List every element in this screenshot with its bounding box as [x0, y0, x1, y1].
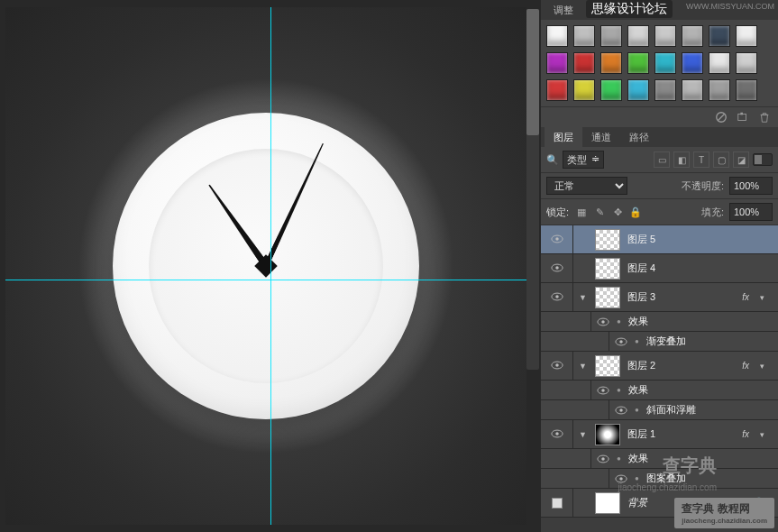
swatch[interactable] [600, 25, 622, 47]
filter-type-icon[interactable]: T [693, 151, 709, 168]
swatch[interactable] [546, 25, 568, 47]
swatch[interactable] [709, 25, 730, 47]
layer-name[interactable]: 图层 2 [627, 359, 655, 372]
bg-checkbox[interactable] [552, 498, 563, 509]
opacity-input[interactable] [729, 177, 773, 195]
no-color-icon[interactable] [715, 111, 728, 124]
tab-layers[interactable]: 图层 [545, 127, 582, 148]
layer-row[interactable]: ▼图层 3fx▾ [541, 283, 778, 312]
trash-icon[interactable] [758, 111, 771, 124]
effect-eye-icon[interactable] [597, 454, 609, 463]
effect-eye-icon[interactable] [597, 317, 609, 326]
layer-name[interactable]: 图层 5 [627, 233, 655, 246]
lock-paint-icon[interactable]: ✎ [592, 205, 607, 219]
filter-icons: ▭◧T▢◪ [654, 151, 749, 168]
visibility-eye-icon[interactable] [551, 292, 563, 303]
layer-row[interactable]: ▼图层 1fx▾ [541, 420, 778, 449]
filter-type-icon[interactable]: ▭ [654, 151, 670, 168]
layer-thumbnail[interactable] [595, 424, 620, 445]
swatch[interactable] [627, 25, 649, 47]
layer-thumbnail[interactable] [595, 492, 620, 514]
swatch[interactable] [627, 52, 649, 74]
canvas[interactable] [5, 7, 526, 525]
swatch[interactable] [736, 79, 757, 101]
tab-channels[interactable]: 通道 [582, 127, 620, 148]
swatch[interactable] [573, 25, 595, 47]
new-swatch-icon[interactable] [737, 111, 749, 124]
swatch[interactable] [627, 79, 649, 101]
layer-effects-row[interactable]: ●效果 [541, 449, 778, 469]
swatch[interactable] [736, 52, 757, 74]
tab-paths[interactable]: 路径 [620, 127, 658, 148]
fx-chevron-icon[interactable]: ▾ [760, 362, 773, 371]
layer-effects-row[interactable]: ●效果 [541, 381, 778, 400]
effects-label: 效果 [628, 315, 648, 328]
opacity-label: 不透明度: [682, 179, 724, 193]
effect-eye-icon[interactable] [615, 337, 627, 346]
swatch[interactable] [600, 79, 622, 101]
swatch[interactable] [682, 79, 703, 101]
visibility-eye-icon[interactable] [551, 429, 563, 440]
guide-horizontal[interactable] [5, 280, 526, 280]
layer-content: ●渐变叠加 [609, 333, 778, 350]
visibility-eye-icon[interactable] [551, 361, 563, 371]
visibility-eye-icon[interactable] [551, 263, 563, 274]
swatch[interactable] [546, 52, 568, 74]
layer-effects-row[interactable]: ●效果 [541, 312, 778, 332]
guide-vertical[interactable] [270, 7, 271, 525]
fx-chevron-icon[interactable]: ▾ [760, 293, 773, 302]
swatch[interactable] [573, 52, 595, 74]
swatch[interactable] [600, 52, 622, 74]
filter-type-icon[interactable]: ◧ [673, 151, 690, 168]
layer-effect-item[interactable]: ●渐变叠加 [541, 332, 778, 352]
effect-eye-icon[interactable] [615, 406, 627, 415]
swatch[interactable] [654, 52, 676, 74]
swatch[interactable] [654, 25, 676, 47]
swatch[interactable] [736, 25, 757, 47]
layer-name[interactable]: 图层 1 [627, 427, 655, 441]
tab-adjust[interactable]: 调整 [545, 0, 582, 21]
swatch[interactable] [682, 25, 703, 47]
swatch[interactable] [654, 79, 676, 101]
layer-row[interactable]: ▼图层 2fx▾ [541, 352, 778, 381]
fx-badge[interactable]: fx [742, 361, 753, 371]
layer-thumbnail[interactable] [595, 355, 620, 377]
blend-mode-select[interactable]: 正常 [546, 177, 627, 195]
layer-thumbnail[interactable] [595, 287, 620, 308]
canvas-area[interactable] [0, 0, 541, 532]
filter-type-icon[interactable]: ▢ [713, 151, 729, 168]
fx-chevron-icon[interactable]: ▾ [760, 430, 773, 439]
lock-position-icon[interactable]: ✥ [610, 205, 625, 219]
swatch[interactable] [709, 52, 730, 74]
disclosure-icon[interactable]: ▼ [579, 293, 588, 302]
layer-row[interactable]: 图层 4 [541, 254, 778, 283]
layer-name[interactable]: 图层 3 [627, 290, 655, 304]
swatch[interactable] [546, 79, 568, 101]
filter-toggle[interactable] [753, 153, 773, 166]
fx-badge[interactable]: fx [742, 292, 753, 302]
layer-thumbnail[interactable] [595, 258, 620, 280]
layer-name[interactable]: 图层 4 [627, 261, 655, 275]
layer-thumbnail[interactable] [595, 229, 620, 251]
layer-row[interactable]: 图层 5 [541, 225, 778, 254]
layer-name[interactable]: 背景 [627, 496, 647, 509]
effect-eye-icon[interactable] [597, 386, 609, 395]
layer-effect-item[interactable]: ●斜面和浮雕 [541, 400, 778, 420]
fill-input[interactable] [729, 203, 773, 221]
disclosure-icon[interactable]: ▼ [579, 430, 588, 439]
swatch[interactable] [682, 52, 703, 74]
visibility-eye-icon[interactable] [551, 234, 563, 245]
filter-type-icon[interactable]: ◪ [733, 151, 749, 168]
eye-column [577, 469, 609, 488]
fx-badge[interactable]: fx [742, 429, 753, 439]
swatch[interactable] [573, 79, 595, 101]
filter-type-dropdown[interactable]: 类型 ≑ [563, 151, 604, 169]
scrollbar-thumb[interactable] [526, 9, 539, 135]
canvas-scrollbar-vertical[interactable] [526, 9, 539, 370]
disclosure-icon[interactable]: ▼ [579, 362, 588, 371]
effect-eye-icon[interactable] [615, 474, 627, 483]
lock-all-icon[interactable]: 🔒 [628, 205, 643, 219]
swatch[interactable] [709, 79, 730, 101]
lock-transparency-icon[interactable]: ▦ [574, 205, 589, 219]
filter-search[interactable]: 🔍 [546, 154, 559, 166]
